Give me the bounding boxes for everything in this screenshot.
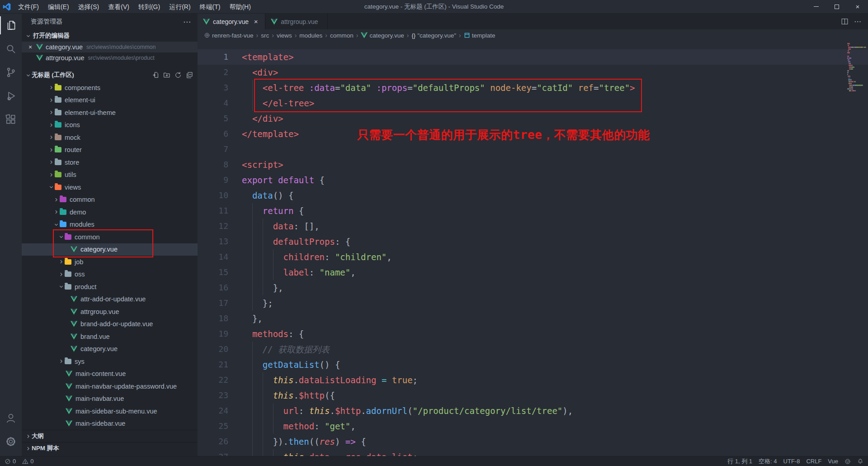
close-button[interactable]: × [847, 0, 868, 14]
tree-item-store[interactable]: store [22, 156, 198, 169]
split-editor-icon[interactable] [841, 18, 849, 25]
status-item[interactable]: CRLF [806, 458, 821, 465]
code-line-19[interactable]: 19 methods: { [198, 326, 868, 342]
minimize-button[interactable] [806, 0, 826, 14]
minimap[interactable] [847, 41, 867, 92]
close-icon[interactable]: × [26, 43, 34, 51]
menubar-item[interactable]: 文件(F) [14, 0, 43, 14]
menubar-item[interactable]: 编辑(E) [43, 0, 74, 14]
code-line-26[interactable]: 26 }).then((res) => { [198, 434, 868, 449]
tree-item-common[interactable]: common [22, 231, 198, 243]
code-line-15[interactable]: 15 label: "name", [198, 265, 868, 280]
tree-item-icons[interactable]: icons [22, 119, 198, 132]
new-folder-icon[interactable] [163, 71, 170, 79]
workspace-section[interactable]: 无标题 (工作区) [22, 69, 198, 81]
outline-section[interactable]: 大纲 [22, 430, 198, 442]
tree-item-modules[interactable]: modules [22, 219, 198, 231]
tree-item-product[interactable]: product [22, 281, 198, 293]
code-line-6[interactable]: 6</template> [198, 126, 868, 142]
menubar-item[interactable]: 运行(R) [165, 0, 195, 14]
code-line-8[interactable]: 8<script> [198, 157, 868, 172]
tree-item-main-navbar.vue[interactable]: main-navbar.vue [22, 393, 198, 405]
refresh-icon[interactable] [175, 71, 182, 79]
code-line-18[interactable]: 18 }, [198, 311, 868, 326]
breadcrumb-item-modules[interactable]: modules [299, 32, 322, 39]
collapse-all-icon[interactable] [186, 71, 193, 79]
breadcrumb-item-src[interactable]: src [261, 32, 269, 39]
status-warning[interactable]: 0 [22, 458, 33, 465]
run-debug-activity-button[interactable] [0, 84, 22, 108]
new-file-icon[interactable] [152, 71, 159, 79]
code-line-22[interactable]: 22 this.dataListLoading = true; [198, 372, 868, 388]
menubar-item[interactable]: 选择(S) [74, 0, 104, 14]
status-item[interactable] [857, 458, 863, 465]
code-line-9[interactable]: 9export default { [198, 172, 868, 188]
code-line-10[interactable]: 10 data() { [198, 188, 868, 203]
tree-item-mock[interactable]: mock [22, 131, 198, 144]
extensions-activity-button[interactable] [0, 108, 22, 131]
tree-item-components[interactable]: components [22, 81, 198, 94]
code-line-23[interactable]: 23 this.$http({ [198, 388, 868, 403]
close-icon[interactable]: × [252, 18, 259, 25]
open-editors-section[interactable]: 打开的编辑器 [22, 30, 198, 42]
status-item[interactable]: Vue [828, 458, 838, 465]
code-line-24[interactable]: 24 url: this.$http.adornUrl("/product/ca… [198, 403, 868, 418]
tree-item-brand.vue[interactable]: brand.vue [22, 330, 198, 343]
tree-item-router[interactable]: router [22, 144, 198, 157]
tree-item-category.vue[interactable]: category.vue [22, 343, 198, 356]
tree-item-category.vue[interactable]: category.vue [22, 243, 198, 256]
tab-category.vue[interactable]: category.vue× [198, 14, 265, 29]
code-line-20[interactable]: 20 // 获取数据列表 [198, 342, 868, 357]
tree-item-attrgroup.vue[interactable]: attrgroup.vue [22, 305, 198, 318]
code-line-27[interactable]: 27 this.data = res.data.list; [198, 449, 868, 456]
status-error[interactable]: 0 [5, 458, 16, 465]
tree-item-main-sidebar.vue[interactable]: main-sidebar.vue [22, 418, 198, 430]
code-line-4[interactable]: 4 </el-tree> [198, 95, 868, 111]
breadcrumb-item-views[interactable]: views [277, 32, 292, 39]
code-line-11[interactable]: 11 return { [198, 203, 868, 219]
code-line-16[interactable]: 16 }, [198, 280, 868, 295]
tree-item-element-ui-theme[interactable]: element-ui-theme [22, 106, 198, 119]
menubar-item[interactable]: 查看(V) [104, 0, 134, 14]
code-line-13[interactable]: 13 defaultProps: { [198, 234, 868, 249]
tab-attrgroup.vue[interactable]: attrgroup.vue [265, 14, 328, 29]
breadcrumb-item-category.vue[interactable]: category.vue [361, 32, 404, 39]
more-actions-icon[interactable]: ⋯ [183, 17, 191, 27]
open-editor-item[interactable]: attrgroup.vuesrc\views\modules\product [22, 52, 198, 63]
code-line-14[interactable]: 14 children: "children", [198, 249, 868, 265]
tree-item-attr-add-or-update.vue[interactable]: attr-add-or-update.vue [22, 293, 198, 306]
code-line-17[interactable]: 17 }; [198, 295, 868, 311]
code-line-1[interactable]: 1<template> [198, 49, 868, 65]
tree-item-utils[interactable]: utils [22, 169, 198, 181]
menubar-item[interactable]: 帮助(H) [225, 0, 255, 14]
tree-item-main-navbar-update-password.vue[interactable]: main-navbar-update-password.vue [22, 380, 198, 393]
tree-item-brand-add-or-update.vue[interactable]: brand-add-or-update.vue [22, 318, 198, 331]
status-item[interactable]: 空格: 4 [759, 457, 777, 466]
maximize-button[interactable] [826, 0, 847, 14]
tree-item-demo[interactable]: demo [22, 206, 198, 219]
code-line-7[interactable]: 7 [198, 142, 868, 157]
tree-item-element-ui[interactable]: element-ui [22, 94, 198, 107]
breadcrumb-item-category.vue[interactable]: {}"category.vue" [411, 32, 456, 39]
search-activity-button[interactable] [0, 37, 22, 61]
status-item[interactable] [844, 458, 851, 465]
npm-scripts-section[interactable]: NPM 脚本 [22, 442, 198, 454]
tree-item-job[interactable]: job [22, 256, 198, 268]
code-line-5[interactable]: 5 </div> [198, 111, 868, 126]
menubar-item[interactable]: 终端(T) [195, 0, 225, 14]
tree-item-main-sidebar-sub-menu.vue[interactable]: main-sidebar-sub-menu.vue [22, 405, 198, 418]
tree-item-oss[interactable]: oss [22, 268, 198, 281]
settings-activity-button[interactable] [0, 430, 22, 453]
code-line-2[interactable]: 2 <div> [198, 65, 868, 80]
source-control-activity-button[interactable] [0, 61, 22, 84]
code-line-21[interactable]: 21 getDataList() { [198, 357, 868, 372]
tree-item-common[interactable]: common [22, 194, 198, 206]
breadcrumb-item-renrenfastvue[interactable]: renren-fast-vue [204, 32, 254, 39]
code-line-3[interactable]: 3 <el-tree :data="data" :props="defaultP… [198, 80, 868, 95]
code-line-12[interactable]: 12 data: [], [198, 219, 868, 234]
more-icon[interactable]: ⋯ [854, 17, 862, 26]
open-editor-item[interactable]: ×category.vuesrc\views\modules\common [22, 42, 198, 52]
code-editor[interactable]: 1<template>2 <div>3 <el-tree :data="data… [198, 41, 868, 456]
breadcrumb-item-template[interactable]: template [464, 32, 495, 39]
tree-item-main-content.vue[interactable]: main-content.vue [22, 368, 198, 380]
